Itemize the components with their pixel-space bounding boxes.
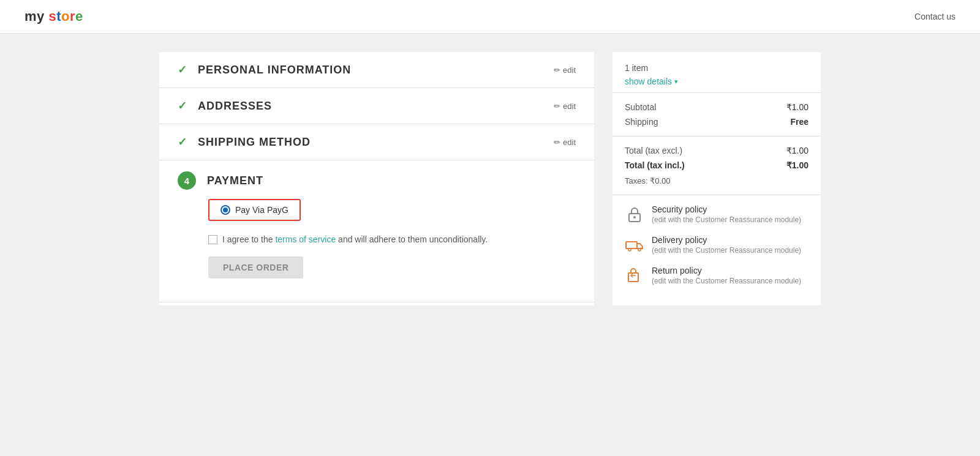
terms-text-before: I agree to the [222,234,275,244]
place-order-button[interactable]: PLACE ORDER [208,256,303,278]
radio-dot-inner [223,207,228,212]
subtotal-value: ₹1.00 [786,102,809,112]
total-incl-label: Total (tax incl.) [625,160,685,170]
site-header: my store Contact us [0,0,980,34]
logo[interactable]: my store [24,9,83,24]
shipping-title: SHIPPING METHOD [198,136,311,149]
terms-row: I agree to the terms of service and will… [178,227,576,252]
taxes-row: Taxes: ₹0.00 [625,176,809,185]
edit-label: edit [563,138,576,147]
place-order-row: PLACE ORDER [178,252,576,291]
pencil-icon: ✏ [554,65,560,75]
radio-button[interactable] [221,205,230,215]
delivery-truck-icon [625,235,644,255]
shipping-value: Free [790,117,809,127]
summary-prices: Subtotal ₹1.00 Shipping Free [612,93,821,136]
shipping-row: Shipping Free [625,117,809,127]
total-incl-value: ₹1.00 [786,160,809,170]
edit-personal-info[interactable]: ✏ edit [554,65,576,75]
step-addresses: ✓ ADDRESSES ✏ edit [159,88,594,124]
payment-option-label: Pay Via PayG [235,205,288,215]
edit-addresses[interactable]: ✏ edit [554,102,576,111]
summary-totals: Total (tax excl.) ₹1.00 Total (tax incl.… [612,136,821,195]
terms-text: I agree to the terms of service and will… [222,234,488,244]
lock-icon [625,204,644,224]
return-policy: Return policy (edit with the Customer Re… [625,266,809,285]
show-details-label: show details [625,77,672,86]
svg-rect-3 [626,242,637,249]
total-excl-label: Total (tax excl.) [625,146,682,155]
check-addresses: ✓ [178,99,187,113]
check-personal-info: ✓ [178,63,187,77]
edit-label: edit [563,102,576,111]
pay-via-payg-option[interactable]: Pay Via PayG [208,199,301,221]
main-content: ✓ PERSONAL INFORMATION ✏ edit ✓ ADDRESSE… [61,34,919,324]
total-excl-row: Total (tax excl.) ₹1.00 [625,146,809,155]
terms-checkbox[interactable] [208,235,217,244]
summary-top: 1 item show details ▾ [612,52,821,93]
terms-text-after: and will adhere to them unconditionally. [336,234,488,244]
step-shipping: ✓ SHIPPING METHOD ✏ edit [159,124,594,160]
pencil-icon: ✏ [554,138,560,147]
payment-step-badge: 4 [178,171,196,190]
policies: Security policy (edit with the Customer … [612,195,821,305]
subtotal-label: Subtotal [625,102,656,112]
total-excl-value: ₹1.00 [786,146,809,155]
contact-us-link[interactable]: Contact us [914,12,956,21]
svg-rect-6 [628,273,638,282]
personal-info-title: PERSONAL INFORMATION [198,64,351,77]
edit-label: edit [563,65,576,75]
payment-options: Pay Via PayG [178,190,576,227]
step-payment: 4 PAYMENT Pay Via PayG I agree to the te… [159,160,594,302]
delivery-policy-subtitle: (edit with the Customer Reassurance modu… [652,246,801,255]
taxes-label: Taxes: [625,176,648,185]
payment-title: PAYMENT [207,174,263,187]
return-policy-subtitle: (edit with the Customer Reassurance modu… [652,277,801,285]
shipping-label: Shipping [625,117,658,127]
addresses-title: ADDRESSES [198,100,272,113]
subtotal-row: Subtotal ₹1.00 [625,102,809,112]
terms-of-service-link[interactable]: terms of service [275,234,336,244]
svg-point-5 [638,249,641,251]
svg-point-4 [628,249,631,251]
total-incl-row: Total (tax incl.) ₹1.00 [625,160,809,170]
security-policy: Security policy (edit with the Customer … [625,204,809,224]
delivery-policy-title: Delivery policy [652,235,801,245]
checkout-panel: ✓ PERSONAL INFORMATION ✏ edit ✓ ADDRESSE… [159,52,594,305]
return-box-icon [625,266,644,285]
item-count: 1 item [625,63,809,73]
order-summary-panel: 1 item show details ▾ Subtotal ₹1.00 Shi… [612,52,821,305]
pencil-icon: ✏ [554,102,560,111]
svg-point-2 [633,216,636,219]
return-policy-title: Return policy [652,266,801,275]
delivery-policy: Delivery policy (edit with the Customer … [625,235,809,255]
security-policy-subtitle: (edit with the Customer Reassurance modu… [652,215,801,224]
taxes-value: ₹0.00 [650,176,670,185]
show-details-toggle[interactable]: show details ▾ [625,77,809,86]
edit-shipping[interactable]: ✏ edit [554,138,576,147]
step-personal-info: ✓ PERSONAL INFORMATION ✏ edit [159,52,594,88]
chevron-down-icon: ▾ [674,78,678,86]
check-shipping: ✓ [178,135,187,149]
security-policy-title: Security policy [652,204,801,214]
